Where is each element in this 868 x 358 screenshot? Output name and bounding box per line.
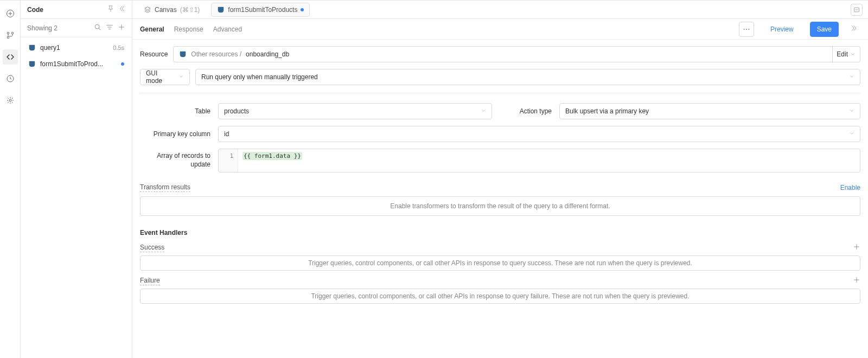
- showing-count: Showing 2: [27, 24, 58, 32]
- chevron-down-icon: [178, 73, 184, 81]
- code-body[interactable]: {{ form1.data }}: [238, 149, 860, 172]
- primary-key-label: Primary key column: [140, 130, 210, 138]
- primary-key-select[interactable]: id: [218, 126, 860, 142]
- modified-dot-icon: [121, 62, 124, 66]
- icon-rail: [0, 1, 21, 358]
- chevron-down-icon: [849, 107, 854, 115]
- sidebar-title: Code: [27, 6, 43, 14]
- modified-dot-icon: [301, 8, 304, 11]
- line-number: 1: [229, 152, 233, 159]
- list-item[interactable]: query1 0.5s: [21, 40, 132, 56]
- query-meta: 0.5s: [113, 44, 124, 51]
- code-icon-button[interactable]: [3, 49, 18, 65]
- failure-description: Trigger queries, control components, or …: [140, 289, 860, 304]
- tab-canvas[interactable]: Canvas (⌘⇧1): [138, 3, 206, 17]
- svg-point-1: [7, 32, 9, 34]
- resource-select[interactable]: Other resources / onboarding_db: [173, 46, 833, 62]
- chevron-down-icon: [849, 73, 854, 81]
- table-value: products: [224, 107, 249, 115]
- svg-point-9: [746, 28, 747, 29]
- mode-select-label: GUI mode: [146, 69, 175, 85]
- table-label: Table: [140, 107, 210, 115]
- code-gutter: 1: [219, 149, 238, 172]
- resource-prefix: Other resources /: [191, 50, 241, 58]
- event-handlers-title: Event Handlers: [140, 229, 860, 236]
- tab-active-query[interactable]: form1SubmitToProducts: [211, 3, 310, 17]
- query-label: query1: [40, 44, 108, 52]
- transform-results-title: Transform results: [140, 183, 190, 192]
- sidebar-header: Code: [21, 1, 132, 19]
- query-list: query1 0.5s form1SubmitToProd...: [21, 37, 132, 74]
- success-description: Trigger queries, control components, or …: [140, 255, 860, 271]
- tab-canvas-label: Canvas: [155, 6, 177, 14]
- main-panel: Canvas (⌘⇧1) form1SubmitToProducts Gener…: [132, 1, 868, 358]
- action-type-select[interactable]: Bulk upsert via a primary key: [559, 103, 860, 119]
- svg-point-3: [7, 36, 9, 39]
- subtab-advanced[interactable]: Advanced: [213, 23, 242, 35]
- failure-title: Failure: [140, 277, 160, 285]
- svg-point-5: [9, 99, 11, 101]
- editor-tabs: Canvas (⌘⇧1) form1SubmitToProducts: [132, 1, 868, 19]
- more-menu-button[interactable]: [739, 22, 754, 37]
- save-button[interactable]: Save: [810, 22, 839, 37]
- action-type-value: Bulk upsert via a primary key: [565, 107, 649, 115]
- add-failure-handler-button[interactable]: [853, 276, 860, 285]
- run-trigger-label: Run query only when manually triggered: [201, 73, 318, 81]
- resource-edit-label: Edit: [837, 50, 848, 58]
- subtab-response[interactable]: Response: [174, 23, 203, 35]
- array-records-label: Array of records to update: [140, 149, 210, 169]
- resource-name: onboarding_db: [246, 50, 289, 58]
- svg-point-6: [95, 24, 99, 29]
- postgres-icon: [217, 6, 225, 14]
- chevron-down-icon: [849, 130, 854, 138]
- action-type-label: Action type: [508, 107, 552, 115]
- run-trigger-select[interactable]: Run query only when manually triggered: [195, 69, 860, 85]
- expand-right-icon[interactable]: [848, 24, 860, 34]
- query-subtabs: General Response Advanced Preview Save: [132, 19, 868, 40]
- postgres-icon: [28, 60, 36, 68]
- sidebar-subheader: Showing 2: [21, 19, 132, 37]
- primary-key-value: id: [224, 130, 229, 138]
- code-sidebar: Code Showing 2: [21, 1, 132, 358]
- chevron-down-icon: [481, 107, 486, 115]
- list-item[interactable]: form1SubmitToProd...: [21, 56, 132, 72]
- postgres-icon: [28, 44, 36, 52]
- resource-label: Resource: [140, 50, 168, 58]
- layers-icon: [144, 6, 151, 14]
- settings-icon-button[interactable]: [3, 93, 18, 108]
- transform-enable-link[interactable]: Enable: [840, 184, 860, 191]
- postgres-icon: [179, 50, 187, 58]
- tab-canvas-shortcut: (⌘⇧1): [180, 6, 200, 14]
- add-query-icon[interactable]: [118, 23, 125, 33]
- table-select[interactable]: products: [218, 103, 492, 119]
- search-icon[interactable]: [94, 23, 101, 33]
- pin-icon[interactable]: [107, 5, 114, 14]
- query-label: form1SubmitToProd...: [40, 60, 117, 68]
- chevron-down-icon: [850, 52, 856, 57]
- code-text: {{ form1.data }}: [242, 152, 302, 160]
- subtab-general[interactable]: General: [140, 23, 164, 35]
- success-title: Success: [140, 244, 164, 252]
- preview-button[interactable]: Preview: [764, 22, 800, 37]
- svg-point-10: [748, 28, 749, 29]
- filter-icon[interactable]: [106, 23, 113, 33]
- resource-edit-button[interactable]: Edit: [832, 46, 860, 62]
- tab-active-query-label: form1SubmitToProducts: [228, 6, 297, 14]
- svg-point-2: [11, 32, 14, 34]
- add-icon-button[interactable]: [3, 6, 18, 21]
- add-success-handler-button[interactable]: [853, 243, 860, 252]
- transform-description: Enable transformers to transform the res…: [140, 196, 860, 216]
- svg-point-8: [744, 28, 745, 29]
- mode-select[interactable]: GUI mode: [140, 69, 190, 85]
- query-general-content: Resource Other resources / onboarding_db…: [132, 40, 868, 358]
- minimize-panel-button[interactable]: [851, 4, 863, 16]
- collapse-sidebar-icon[interactable]: [118, 5, 125, 14]
- records-code-input[interactable]: 1 {{ form1.data }}: [218, 149, 860, 172]
- branch-icon-button[interactable]: [3, 28, 18, 43]
- history-icon-button[interactable]: [3, 71, 18, 86]
